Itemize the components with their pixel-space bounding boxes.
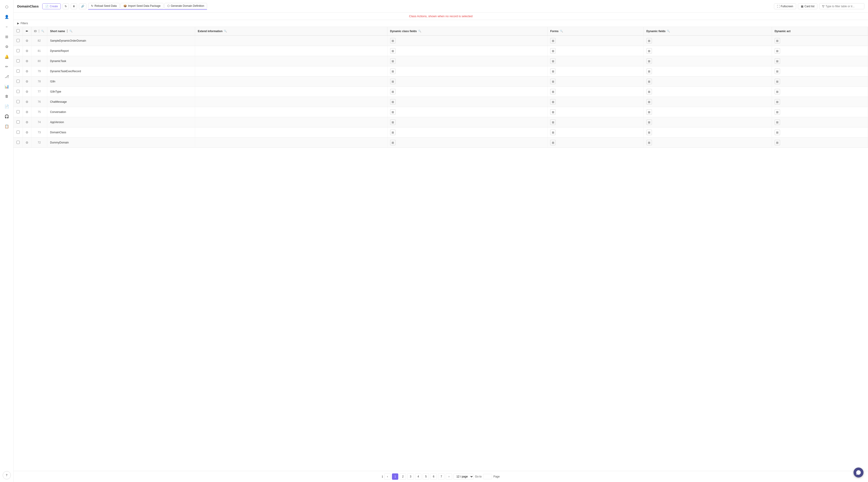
- dynamic-act-icon[interactable]: ▦: [775, 79, 780, 84]
- row-checkbox[interactable]: [17, 49, 20, 52]
- forms-icon[interactable]: ▦: [550, 48, 556, 54]
- row-checkbox[interactable]: [17, 90, 20, 93]
- dynamic-fields-icon[interactable]: ▦: [647, 109, 652, 115]
- dynamic-act-icon[interactable]: ▦: [775, 119, 780, 125]
- dynamic-fields-search-icon[interactable]: 🔍: [667, 30, 670, 33]
- headset-icon[interactable]: 🎧: [3, 112, 11, 120]
- dynamic-act-icon[interactable]: ▦: [775, 109, 780, 115]
- row-checkbox[interactable]: [17, 141, 20, 144]
- delete-icon[interactable]: 🗑: [3, 92, 11, 101]
- fullscreen-button[interactable]: ⛶ Fullscreen: [774, 3, 796, 9]
- id-search-icon[interactable]: 🔍: [41, 30, 44, 33]
- dynamic-class-fields-icon[interactable]: ▦: [390, 109, 396, 115]
- report-icon[interactable]: 📊: [3, 82, 11, 90]
- home-icon[interactable]: ⬡: [3, 3, 11, 11]
- row-checkbox[interactable]: [17, 80, 20, 83]
- dynamic-class-search-icon[interactable]: 🔍: [418, 30, 421, 33]
- page-1-button[interactable]: 1: [392, 474, 398, 480]
- forms-search-icon[interactable]: 🔍: [560, 30, 563, 33]
- forms-icon[interactable]: ▦: [550, 119, 556, 125]
- dynamic-act-icon[interactable]: ▦: [775, 68, 780, 74]
- next-page-button[interactable]: ›: [446, 474, 452, 480]
- page-4-button[interactable]: 4: [415, 474, 421, 480]
- row-checkbox[interactable]: [17, 100, 20, 103]
- pagination-info-icon[interactable]: ℹ: [382, 475, 383, 478]
- dynamic-class-fields-icon[interactable]: ▦: [390, 38, 396, 44]
- forms-icon[interactable]: ▦: [550, 89, 556, 94]
- row-gear-icon[interactable]: ⚙: [26, 141, 29, 144]
- forms-icon[interactable]: ▦: [550, 140, 556, 145]
- dynamic-act-icon[interactable]: ▦: [775, 89, 780, 94]
- select-all-checkbox[interactable]: [17, 29, 20, 32]
- dynamic-fields-icon[interactable]: ▦: [647, 140, 652, 145]
- dynamic-class-fields-icon[interactable]: ▦: [390, 68, 396, 74]
- dynamic-fields-icon[interactable]: ▦: [647, 130, 652, 135]
- goto-input[interactable]: [483, 474, 492, 479]
- page-6-button[interactable]: 6: [430, 474, 437, 480]
- download-icon-button[interactable]: ⬇: [71, 3, 77, 9]
- nav-expand-icon[interactable]: ››: [3, 23, 11, 31]
- row-checkbox[interactable]: [17, 131, 20, 134]
- file-icon[interactable]: 📄: [3, 102, 11, 110]
- row-checkbox[interactable]: [17, 69, 20, 73]
- filters-toggle[interactable]: ▶: [17, 22, 19, 25]
- generate-domain-button[interactable]: ⬡ Generate Domain Definition: [164, 3, 207, 9]
- row-checkbox[interactable]: [17, 110, 20, 113]
- dynamic-class-fields-icon[interactable]: ▦: [390, 89, 396, 94]
- forms-icon[interactable]: ▦: [550, 99, 556, 105]
- prev-page-button[interactable]: ‹: [384, 474, 391, 480]
- filter-input[interactable]: [826, 5, 862, 8]
- dynamic-act-icon[interactable]: ▦: [775, 48, 780, 54]
- filter-input-container[interactable]: ▽: [819, 3, 864, 9]
- page-5-button[interactable]: 5: [423, 474, 429, 480]
- row-gear-icon[interactable]: ⚙: [26, 120, 29, 124]
- row-gear-icon[interactable]: ⚙: [26, 80, 29, 83]
- row-gear-icon[interactable]: ⚙: [26, 110, 29, 114]
- page-2-button[interactable]: 2: [400, 474, 406, 480]
- row-checkbox[interactable]: [17, 39, 20, 42]
- grid-icon[interactable]: ⊞: [3, 33, 11, 41]
- network-icon[interactable]: ⎇: [3, 73, 11, 81]
- dynamic-fields-icon[interactable]: ▦: [647, 38, 652, 44]
- page-size-select[interactable]: 12 / page 25 / page 50 / page: [454, 474, 473, 480]
- user-icon[interactable]: 👤: [3, 13, 11, 21]
- dynamic-fields-icon[interactable]: ▦: [647, 68, 652, 74]
- brush-icon[interactable]: ✏: [3, 62, 11, 70]
- settings-icon[interactable]: ⚙: [3, 42, 11, 51]
- dynamic-class-fields-icon[interactable]: ▦: [390, 99, 396, 105]
- dynamic-class-fields-icon[interactable]: ▦: [390, 119, 396, 125]
- row-gear-icon[interactable]: ⚙: [26, 59, 29, 63]
- refresh-icon-button[interactable]: ↻: [63, 3, 69, 9]
- id-sort-icons[interactable]: ▲ ▼: [38, 29, 40, 33]
- row-gear-icon[interactable]: ⚙: [26, 131, 29, 134]
- dynamic-fields-icon[interactable]: ▦: [647, 79, 652, 84]
- forms-icon[interactable]: ▦: [550, 79, 556, 84]
- dynamic-class-fields-icon[interactable]: ▦: [390, 58, 396, 64]
- dynamic-class-fields-icon[interactable]: ▦: [390, 130, 396, 135]
- dynamic-act-icon[interactable]: ▦: [775, 38, 780, 44]
- forms-icon[interactable]: ▦: [550, 109, 556, 115]
- row-gear-icon[interactable]: ⚙: [26, 39, 29, 42]
- dynamic-act-icon[interactable]: ▦: [775, 99, 780, 105]
- dynamic-class-fields-icon[interactable]: ▦: [390, 79, 396, 84]
- help-icon[interactable]: ?: [3, 471, 11, 479]
- forms-icon[interactable]: ▦: [550, 38, 556, 44]
- row-gear-icon[interactable]: ⚙: [26, 49, 29, 53]
- dynamic-act-icon[interactable]: ▦: [775, 140, 780, 145]
- forms-icon[interactable]: ▦: [550, 130, 556, 135]
- forms-icon[interactable]: ▦: [550, 58, 556, 64]
- row-gear-icon[interactable]: ⚙: [26, 90, 29, 93]
- link-icon-button[interactable]: 🔗: [79, 3, 86, 9]
- doc-icon[interactable]: 📋: [3, 122, 11, 130]
- forms-icon[interactable]: ▦: [550, 68, 556, 74]
- create-button[interactable]: 📄 Create: [42, 3, 61, 9]
- extend-info-search-icon[interactable]: 🔍: [224, 30, 227, 33]
- reload-seed-data-button[interactable]: ↻ Reload Seed Data: [88, 3, 120, 9]
- card-list-button[interactable]: ▦ Card list: [798, 3, 817, 9]
- page-3-button[interactable]: 3: [407, 474, 414, 480]
- row-checkbox[interactable]: [17, 120, 20, 123]
- dynamic-fields-icon[interactable]: ▦: [647, 119, 652, 125]
- short-name-sort-icons[interactable]: ▲ ▼: [66, 29, 68, 33]
- dynamic-fields-icon[interactable]: ▦: [647, 58, 652, 64]
- short-name-search-icon[interactable]: 🔍: [69, 30, 72, 33]
